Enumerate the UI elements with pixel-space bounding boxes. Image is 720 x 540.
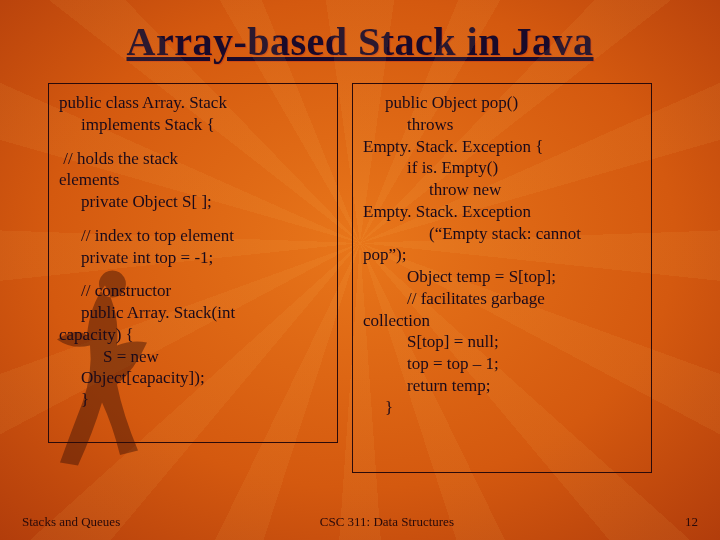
footer-center: CSC 311: Data Structures	[320, 514, 454, 530]
code-line: elements	[59, 169, 327, 191]
code-line: Object[capacity]);	[59, 367, 327, 389]
code-line: collection	[363, 310, 641, 332]
code-line: S = new	[59, 346, 327, 368]
code-line: }	[363, 397, 641, 419]
slide-number: 12	[685, 514, 698, 530]
code-line: }	[59, 389, 327, 411]
code-line: // constructor	[59, 280, 327, 302]
code-line: implements Stack {	[59, 114, 327, 136]
code-line: // holds the stack	[59, 148, 327, 170]
code-line: capacity) {	[59, 324, 327, 346]
code-line: (“Empty stack: cannot	[363, 223, 641, 245]
slide-title: Array-based Stack in Java	[0, 0, 720, 65]
code-line: Empty. Stack. Exception {	[363, 136, 641, 158]
code-line: throw new	[363, 179, 641, 201]
code-line: if is. Empty()	[363, 157, 641, 179]
code-line: top = top – 1;	[363, 353, 641, 375]
code-line: public Array. Stack(int	[59, 302, 327, 324]
code-line: pop”);	[363, 244, 641, 266]
code-right-box: public Object pop() throws Empty. Stack.…	[352, 83, 652, 473]
code-line: public class Array. Stack	[59, 92, 327, 114]
code-line: private int top = -1;	[59, 247, 327, 269]
footer: Stacks and Queues CSC 311: Data Structur…	[0, 514, 720, 530]
code-line: public Object pop()	[363, 92, 641, 114]
code-left-box: public class Array. Stack implements Sta…	[48, 83, 338, 443]
code-line: S[top] = null;	[363, 331, 641, 353]
code-line: throws	[363, 114, 641, 136]
code-columns: public class Array. Stack implements Sta…	[0, 65, 720, 473]
footer-left: Stacks and Queues	[22, 514, 120, 530]
code-line: // index to top element	[59, 225, 327, 247]
code-line: private Object S[ ];	[59, 191, 327, 213]
code-line: Object temp = S[top];	[363, 266, 641, 288]
code-line: Empty. Stack. Exception	[363, 201, 641, 223]
code-line: // facilitates garbage	[363, 288, 641, 310]
code-line: return temp;	[363, 375, 641, 397]
